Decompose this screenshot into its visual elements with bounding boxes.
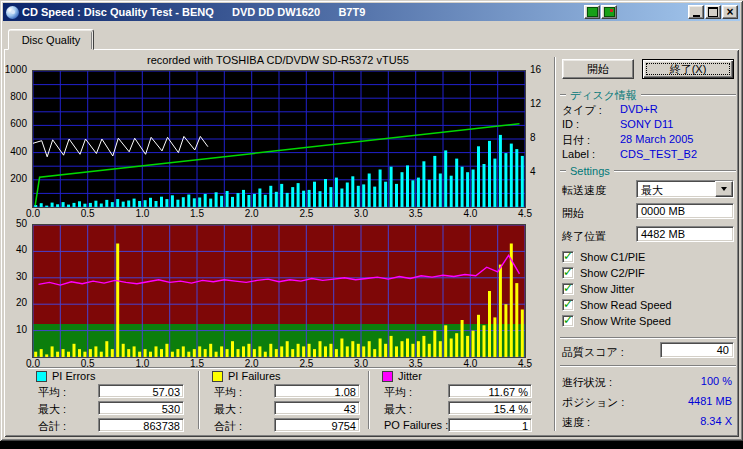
disc-id-label: ID : — [562, 118, 579, 130]
stat-label: 最大 : — [214, 402, 242, 417]
position-row: ポジション : 4481 MB — [562, 395, 734, 408]
transfer-speed-value: 最大 — [641, 183, 663, 198]
section-title: ディスク情報 — [566, 88, 641, 103]
axis-tick-label: 2.5 — [299, 208, 313, 220]
stat-label: 最大 : — [38, 402, 66, 417]
check-icon: ✓ — [563, 281, 573, 295]
stat-label: 合計 : — [214, 419, 242, 434]
transfer-speed-select[interactable]: 最大 — [636, 180, 734, 198]
window-title: CD Speed : Disc Quality Test - BENQ DVD … — [22, 6, 583, 18]
axis-tick-label: 1.0 — [135, 208, 149, 220]
pi-failures-stats: PI Failures 平均 :1.08 最大 :43 合計 :9754 — [208, 370, 378, 432]
axis-tick-label: 1.5 — [190, 208, 204, 220]
disc-id-row: ID : SONY D11 — [562, 118, 736, 131]
maximize-button[interactable] — [705, 5, 721, 19]
checkbox-box: ✓ — [562, 251, 574, 263]
stat-label: 平均 : — [214, 385, 242, 400]
speed-row: 速度 : 8.34 X — [562, 415, 734, 428]
axis-tick-label: 800 — [10, 91, 27, 103]
checkbox-label: Show C2/PIF — [580, 267, 645, 279]
section-title: Settings — [566, 165, 614, 177]
checkbox-label: Show Read Speed — [580, 299, 672, 311]
minimize-icon — [693, 15, 700, 17]
show-c2-pif-checkbox[interactable]: ✓ Show C2/PIF — [562, 266, 645, 280]
close-button[interactable]: × — [722, 5, 738, 19]
green-square-icon — [587, 7, 598, 17]
legend-separator — [28, 367, 530, 369]
end-position-field[interactable]: 4482 MB — [636, 226, 734, 242]
stats-divider — [368, 371, 370, 429]
cd-icon — [6, 6, 19, 19]
axis-tick-label: 20 — [16, 297, 27, 309]
titlebar[interactable]: CD Speed : Disc Quality Test - BENQ DVD … — [3, 3, 740, 21]
panel-separator — [554, 57, 556, 431]
quality-separator-bottom — [560, 365, 736, 367]
stat-label: PO Failures : — [384, 419, 448, 431]
green-icon-button-2[interactable] — [601, 5, 617, 19]
disc-info-header: ディスク情報 — [560, 89, 736, 101]
axis-tick-label: 3.5 — [409, 208, 423, 220]
axis-tick-label: 600 — [10, 118, 27, 130]
legend-label: PI Failures — [228, 370, 281, 382]
axis-tick-label: 10 — [16, 324, 27, 336]
axis-tick-label: 4 — [530, 166, 536, 178]
jitter-pif-chart — [32, 224, 526, 358]
disc-type-row: タイプ : DVD+R — [562, 103, 736, 116]
checkbox-label: Show Jitter — [580, 283, 634, 295]
check-icon: ✓ — [563, 297, 573, 311]
disc-quality-page: recorded with TOSHIBA CD/DVDW SD-R5372 v… — [4, 49, 739, 437]
pi-errors-stats: PI Errors 平均 :57.03 最大 :530 合計 :863738 — [32, 370, 202, 432]
disc-label-value: CDS_TEST_B2 — [620, 148, 697, 160]
axis-tick-label: 200 — [10, 173, 27, 185]
disc-label-label: Label : — [562, 148, 595, 160]
stat-value: 57.03 — [98, 384, 184, 398]
show-jitter-checkbox[interactable]: ✓ Show Jitter — [562, 282, 634, 296]
close-icon: × — [726, 7, 733, 17]
show-read-speed-checkbox[interactable]: ✓ Show Read Speed — [562, 298, 672, 312]
minimize-button[interactable] — [688, 5, 704, 19]
checkbox-box: ✓ — [562, 315, 574, 327]
start-position-value: 0000 MB — [641, 205, 685, 217]
show-c1-pie-checkbox[interactable]: ✓ Show C1/PIE — [562, 250, 645, 264]
end-position-label: 終了位置 — [562, 229, 606, 244]
disc-type-value: DVD+R — [620, 103, 658, 115]
start-position-field[interactable]: 0000 MB — [636, 203, 734, 219]
transfer-speed-label: 転送速度 — [562, 183, 606, 198]
speed-value: 8.34 X — [700, 415, 732, 427]
jitter-swatch — [382, 371, 393, 382]
tab-disc-quality[interactable]: Disc Quality — [8, 29, 94, 50]
disc-date-value: 28 March 2005 — [620, 133, 693, 145]
green-icon-button-1[interactable] — [584, 5, 600, 19]
axis-tick-label: 30 — [16, 271, 27, 283]
start-position-label: 開始 — [562, 206, 584, 221]
jitter-chart-y-axis-left: 5040302010 — [4, 224, 30, 356]
checkbox-box: ✓ — [562, 299, 574, 311]
show-write-speed-checkbox[interactable]: ✓ Show Write Speed — [562, 314, 671, 328]
settings-header: Settings — [560, 165, 736, 177]
axis-tick-label: 4.0 — [463, 208, 477, 220]
pi-failures-swatch — [212, 371, 223, 382]
chevron-down-icon[interactable] — [715, 181, 733, 197]
stat-value: 1.08 — [274, 384, 360, 398]
maximize-icon — [708, 7, 718, 17]
checkbox-label: Show Write Speed — [580, 315, 671, 327]
axis-tick-label: 2.0 — [245, 208, 259, 220]
disc-label-row: Label : CDS_TEST_B2 — [562, 148, 736, 161]
progress-label: 進行状況 : — [562, 375, 612, 390]
quality-separator-top — [560, 337, 736, 339]
position-value: 4481 MB — [688, 395, 732, 407]
stat-label: 平均 : — [384, 385, 412, 400]
start-button[interactable]: 開始 — [562, 59, 634, 79]
pi-errors-swatch — [36, 371, 47, 382]
check-icon: ✓ — [563, 249, 573, 263]
pi-errors-speed-chart — [32, 70, 526, 208]
stat-value: 15.4 % — [448, 401, 532, 415]
section-line — [614, 170, 736, 172]
stat-value: 863738 — [98, 418, 184, 432]
stat-value: 9754 — [274, 418, 360, 432]
app-window: CD Speed : Disc Quality Test - BENQ DVD … — [0, 0, 743, 441]
stat-value: 1 — [448, 418, 532, 432]
exit-button[interactable]: 終了(X) — [642, 59, 734, 79]
quality-score-field: 40 — [660, 342, 734, 358]
stat-label: 平均 : — [38, 385, 66, 400]
